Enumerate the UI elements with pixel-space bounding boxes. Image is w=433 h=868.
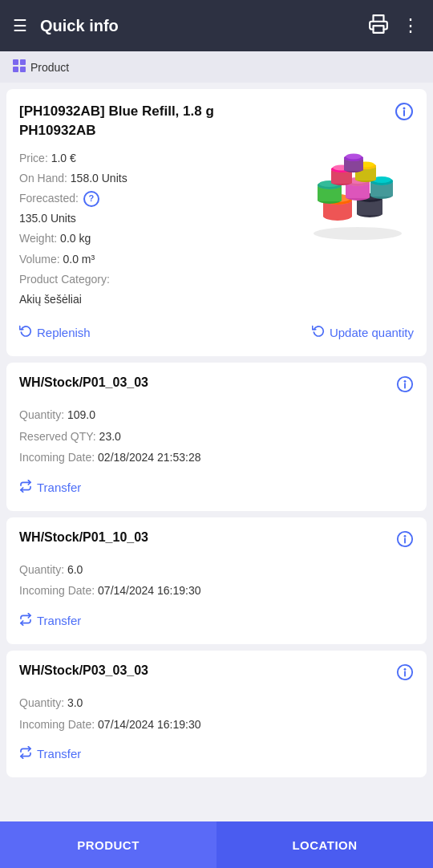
stock-location-1: WH/Stock/P01_10_03 (19, 530, 148, 545)
update-qty-icon (312, 324, 325, 340)
update-quantity-button[interactable]: Update quantity (312, 321, 414, 343)
category-label-row: Product Category: (19, 270, 414, 290)
svg-rect-3 (13, 67, 18, 72)
product-info-icon[interactable] (395, 102, 414, 126)
svg-rect-0 (374, 26, 384, 33)
update-qty-label: Update quantity (330, 326, 414, 339)
stock-info-icon-0[interactable] (396, 375, 414, 398)
product-image (293, 137, 414, 241)
replenish-icon (19, 324, 32, 340)
header-left: ☰ Quick info (13, 16, 119, 35)
incoming-date-row-2: Incoming Date: 07/14/2024 16:19:30 (19, 714, 414, 736)
svg-rect-2 (20, 59, 26, 65)
stock-location-2: WH/Stock/P03_03_03 (19, 663, 148, 678)
stock-card-0: WH/Stock/P01_03_03 Quantity: 109.0 Reser… (6, 363, 427, 511)
quantity-row-1: Quantity: 6.0 (19, 559, 414, 581)
more-options-icon[interactable]: ⋮ (402, 15, 420, 36)
product-card: [PH10932AB] Blue Refill, 1.8 gPH10932AB … (6, 89, 427, 356)
product-name: [PH10932AB] Blue Refill, 1.8 gPH10932AB (19, 102, 214, 140)
transfer-label-1: Transfer (37, 614, 81, 627)
hamburger-icon[interactable]: ☰ (13, 16, 27, 35)
svg-rect-1 (13, 59, 18, 65)
replenish-button[interactable]: Replenish (19, 321, 91, 343)
stock-details-2: Quantity: 3.0 Incoming Date: 07/14/2024 … (19, 692, 414, 735)
svg-point-8 (314, 227, 402, 240)
reserved-row-0: Reserved QTY: 23.0 (19, 426, 414, 448)
stock-card-1: WH/Stock/P01_10_03 Quantity: 6.0 Incomin… (6, 517, 427, 644)
forecasted-help-icon[interactable]: ? (83, 191, 99, 207)
category-value-row: Akių šešėliai (19, 290, 414, 310)
incoming-date-row-0: Incoming Date: 02/18/2024 21:53:28 (19, 447, 414, 468)
breadcrumb: Product (0, 51, 433, 83)
breadcrumb-label: Product (30, 61, 69, 74)
svg-rect-4 (20, 67, 26, 72)
stock-info-icon-2[interactable] (396, 663, 414, 686)
quantity-row-2: Quantity: 3.0 (19, 692, 414, 714)
stock-header-2: WH/Stock/P03_03_03 (19, 663, 414, 686)
transfer-icon-2 (19, 746, 32, 761)
product-header: [PH10932AB] Blue Refill, 1.8 gPH10932AB (19, 102, 414, 140)
print-icon[interactable] (368, 14, 389, 39)
stock-details-0: Quantity: 109.0 Reserved QTY: 23.0 Incom… (19, 404, 414, 468)
svg-point-48 (346, 154, 362, 160)
stock-details-1: Quantity: 6.0 Incoming Date: 07/14/2024 … (19, 559, 414, 602)
transfer-button-2[interactable]: Transfer (19, 743, 81, 765)
quantity-row-0: Quantity: 109.0 (19, 404, 414, 426)
bottom-bar: PRODUCT LOCATION (0, 821, 433, 868)
product-grid-icon (13, 59, 26, 75)
incoming-date-row-1: Incoming Date: 07/14/2024 16:19:30 (19, 580, 414, 602)
transfer-button-0[interactable]: Transfer (19, 477, 81, 498)
transfer-label-0: Transfer (37, 481, 81, 494)
transfer-button-1[interactable]: Transfer (19, 610, 81, 631)
stock-header-0: WH/Stock/P01_03_03 (19, 375, 414, 398)
transfer-icon-1 (19, 613, 32, 628)
app-header: ☰ Quick info ⋮ (0, 0, 433, 51)
volume-row: Volume: 0.0 m³ (19, 249, 414, 270)
page-title: Quick info (40, 17, 119, 35)
stock-header-1: WH/Stock/P01_10_03 (19, 530, 414, 553)
replenish-label: Replenish (37, 326, 91, 339)
transfer-icon-0 (19, 480, 32, 495)
stock-info-icon-1[interactable] (396, 530, 414, 553)
transfer-label-2: Transfer (37, 747, 81, 761)
stock-location-0: WH/Stock/P01_03_03 (19, 375, 148, 390)
product-actions: Replenish Update quantity (19, 321, 414, 343)
stock-card-2: WH/Stock/P03_03_03 Quantity: 3.0 Incomin… (6, 651, 427, 777)
product-button[interactable]: PRODUCT (0, 821, 216, 868)
header-right: ⋮ (368, 14, 420, 39)
location-button[interactable]: LOCATION (216, 821, 433, 868)
